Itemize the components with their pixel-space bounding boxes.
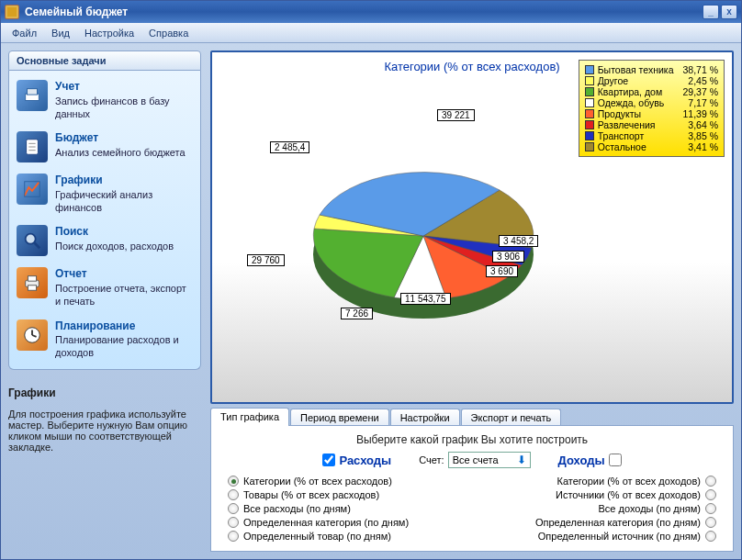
radio-label: Товары (% от всех расходов)	[243, 489, 379, 500]
tab-pane: Выберите какой график Вы хотите построит…	[210, 425, 734, 552]
legend-swatch	[585, 142, 594, 151]
task-desc: Запись финансов в базу данных	[55, 95, 170, 119]
legend-swatch	[585, 87, 594, 96]
legend-percent: 3,41 %	[682, 141, 718, 152]
radio-option[interactable]: Категории (% от всех расходов)	[228, 476, 409, 487]
menu-file[interactable]: Файл	[6, 26, 42, 40]
legend-name: Транспорт	[598, 130, 645, 141]
legend-row: Остальное3,41 %	[585, 141, 718, 152]
expenses-check-input[interactable]	[322, 454, 335, 466]
task-charts[interactable]: ГрафикиГрафический анализ финансов	[17, 174, 193, 214]
radio-option[interactable]: Определенная категория (по дням)	[228, 517, 409, 528]
task-title: Отчет	[55, 267, 193, 282]
legend-percent: 3,85 %	[682, 130, 718, 141]
radio-label: Все расходы (по дням)	[243, 503, 351, 514]
records-icon	[17, 80, 48, 111]
tab-settings[interactable]: Настройки	[390, 409, 460, 426]
radio-icon[interactable]	[228, 531, 239, 542]
radio-icon[interactable]	[228, 476, 239, 487]
legend-row: Другое2,45 %	[585, 75, 718, 86]
tab-chart-type[interactable]: Тип графика	[210, 408, 289, 426]
titlebar[interactable]: Семейный бюджет _ x	[1, 1, 741, 23]
radio-icon[interactable]	[705, 476, 716, 487]
radio-icon[interactable]	[705, 517, 716, 528]
task-title: Учет	[55, 80, 193, 95]
slice-label: 3 906	[492, 251, 524, 263]
radio-option[interactable]: Определенный товар (по дням)	[228, 531, 409, 542]
app-window: Семейный бюджет _ x Файл Вид Настройка С…	[0, 0, 742, 560]
legend: Бытовая техника38,71 %Другое2,45 %Кварти…	[579, 60, 725, 157]
radio-label: Определенный товар (по дням)	[243, 531, 391, 542]
legend-name: Другое	[598, 75, 628, 86]
radio-option[interactable]: Категории (% от всех доходов)	[535, 476, 716, 487]
radio-icon[interactable]	[705, 503, 716, 514]
svg-rect-10	[28, 276, 36, 282]
main-area: Категории (% от всех расходов)	[210, 50, 734, 552]
radio-label: Определенная категория (по дням)	[535, 517, 701, 528]
income-check-input[interactable]	[609, 454, 622, 466]
task-planning[interactable]: ПланированиеПланирование расходов и дохо…	[17, 319, 193, 360]
slice-label: 7 266	[341, 308, 373, 319]
task-uchet[interactable]: УчетЗапись финансов в базу данных	[17, 80, 193, 120]
legend-percent: 11,39 %	[677, 108, 718, 119]
legend-name: Одежда, обувь	[598, 97, 665, 108]
menu-help[interactable]: Справка	[143, 26, 194, 40]
radio-option[interactable]: Товары (% от всех расходов)	[228, 489, 409, 500]
radio-option[interactable]: Все доходы (по дням)	[535, 503, 716, 514]
task-budget[interactable]: БюджетАнализ семейного бюджета	[17, 131, 193, 162]
sidebar: Основные задачи УчетЗапись финансов в ба…	[8, 50, 201, 552]
help-text: Для построения графика используйте масте…	[8, 409, 187, 453]
legend-name: Остальное	[598, 141, 646, 152]
tab-period[interactable]: Период времени	[290, 409, 389, 426]
task-report[interactable]: ОтчетПостроение отчета, экспорт и печать	[17, 267, 193, 308]
svg-line-8	[35, 243, 40, 249]
radio-option[interactable]: Все расходы (по дням)	[228, 503, 409, 514]
radio-icon[interactable]	[228, 517, 239, 528]
search-icon	[17, 225, 48, 256]
radio-option[interactable]: Источники (% от всех доходов)	[535, 489, 716, 500]
dropdown-arrow-icon: ⬇	[517, 454, 526, 466]
expenses-checkbox[interactable]: Расходы	[322, 454, 391, 467]
income-checkbox[interactable]: Доходы	[558, 454, 622, 467]
radio-icon[interactable]	[228, 489, 239, 500]
task-desc: Поиск доходов, расходов	[55, 241, 174, 252]
svg-point-7	[26, 234, 36, 244]
task-title: Поиск	[55, 225, 174, 240]
radio-option[interactable]: Определенная категория (по дням)	[535, 517, 716, 528]
budget-icon	[17, 131, 48, 162]
radio-icon[interactable]	[228, 503, 239, 514]
legend-swatch	[585, 120, 594, 129]
task-title: Планирование	[55, 319, 193, 334]
legend-row: Бытовая техника38,71 %	[585, 64, 718, 75]
charts-icon	[17, 174, 48, 205]
menu-settings[interactable]: Настройка	[79, 26, 140, 40]
legend-swatch	[585, 109, 594, 118]
income-options: Категории (% от всех доходов)Источники (…	[535, 476, 716, 542]
legend-name: Бытовая техника	[598, 64, 674, 75]
account-selector: Счет: Все счета ⬇	[419, 452, 530, 468]
legend-percent: 38,71 %	[677, 64, 718, 75]
radio-option[interactable]: Определенный источник (по дням)	[535, 531, 716, 542]
radio-label: Определенный источник (по дням)	[538, 531, 701, 542]
tab-export[interactable]: Экспорт и печать	[461, 409, 562, 426]
task-search[interactable]: ПоискПоиск доходов, расходов	[17, 225, 193, 256]
legend-swatch	[585, 98, 594, 107]
task-desc: Планирование расходов и доходов	[55, 334, 179, 358]
radio-icon[interactable]	[705, 531, 716, 542]
legend-row: Квартира, дом29,37 %	[585, 86, 718, 97]
legend-name: Продукты	[598, 108, 641, 119]
account-dropdown[interactable]: Все счета ⬇	[448, 452, 531, 468]
radio-label: Определенная категория (по дням)	[243, 517, 409, 528]
task-desc: Графический анализ финансов	[55, 189, 152, 213]
radio-icon[interactable]	[705, 489, 716, 500]
legend-percent: 7,17 %	[682, 97, 718, 108]
close-button[interactable]: x	[721, 5, 737, 19]
task-title: Графики	[55, 174, 193, 188]
tab-bar: Тип графика Период времени Настройки Экс…	[210, 408, 734, 426]
legend-percent: 29,37 %	[677, 86, 718, 97]
help-panel: Графики Для построения графика используй…	[8, 386, 201, 453]
minimize-button[interactable]: _	[703, 5, 719, 19]
slice-label: 3 458,2	[499, 235, 538, 247]
menu-view[interactable]: Вид	[46, 26, 75, 40]
task-title: Бюджет	[55, 131, 186, 146]
